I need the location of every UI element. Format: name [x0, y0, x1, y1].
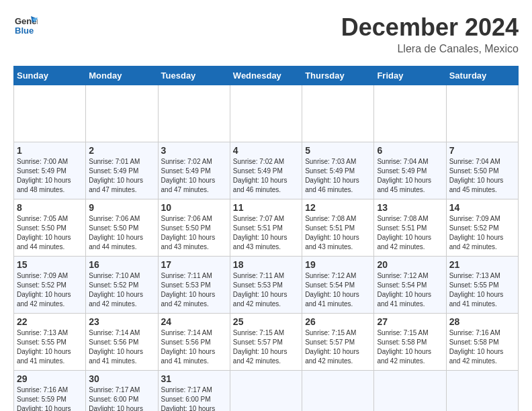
day-cell: [446, 85, 518, 142]
day-cell: 26Sunrise: 7:15 AMSunset: 5:57 PMDayligh…: [302, 314, 374, 371]
title-area: December 2024 Llera de Canales, Mexico: [341, 13, 519, 55]
day-number: 27: [377, 316, 443, 327]
day-number: 14: [449, 202, 515, 213]
day-number: 30: [89, 373, 154, 384]
days-header-row: SundayMondayTuesdayWednesdayThursdayFrid…: [14, 66, 519, 85]
day-cell: 16Sunrise: 7:10 AMSunset: 5:52 PMDayligh…: [86, 257, 158, 314]
day-header-friday: Friday: [374, 66, 446, 85]
day-cell: [230, 371, 302, 412]
day-number: 10: [161, 202, 227, 213]
day-number: 13: [377, 202, 443, 213]
day-cell: 30Sunrise: 7:17 AMSunset: 6:00 PMDayligh…: [86, 371, 158, 412]
day-cell: [230, 85, 302, 142]
day-cell: 27Sunrise: 7:15 AMSunset: 5:58 PMDayligh…: [374, 314, 446, 371]
day-info: Sunrise: 7:06 AMSunset: 5:50 PMDaylight:…: [161, 214, 227, 252]
header: General Blue December 2024 Llera de Cana…: [13, 13, 519, 55]
day-info: Sunrise: 7:04 AMSunset: 5:49 PMDaylight:…: [377, 157, 443, 195]
day-info: Sunrise: 7:12 AMSunset: 5:54 PMDaylight:…: [305, 271, 371, 309]
day-info: Sunrise: 7:08 AMSunset: 5:51 PMDaylight:…: [377, 214, 443, 252]
day-cell: [302, 85, 374, 142]
day-cell: [446, 371, 518, 412]
day-number: 2: [89, 145, 154, 156]
day-cell: 20Sunrise: 7:12 AMSunset: 5:54 PMDayligh…: [374, 257, 446, 314]
day-header-tuesday: Tuesday: [158, 66, 230, 85]
day-info: Sunrise: 7:13 AMSunset: 5:55 PMDaylight:…: [17, 328, 83, 366]
day-info: Sunrise: 7:07 AMSunset: 5:51 PMDaylight:…: [233, 214, 299, 252]
day-number: 3: [161, 145, 227, 156]
day-cell: 23Sunrise: 7:14 AMSunset: 5:56 PMDayligh…: [86, 314, 158, 371]
day-number: 9: [89, 202, 154, 213]
day-cell: 6Sunrise: 7:04 AMSunset: 5:49 PMDaylight…: [374, 142, 446, 199]
day-cell: 5Sunrise: 7:03 AMSunset: 5:49 PMDaylight…: [302, 142, 374, 199]
week-row-0: [14, 85, 519, 142]
day-cell: [374, 371, 446, 412]
day-info: Sunrise: 7:04 AMSunset: 5:50 PMDaylight:…: [449, 157, 515, 195]
day-info: Sunrise: 7:15 AMSunset: 5:58 PMDaylight:…: [377, 328, 443, 366]
calendar-table: SundayMondayTuesdayWednesdayThursdayFrid…: [13, 66, 519, 411]
day-number: 12: [305, 202, 371, 213]
day-number: 31: [161, 373, 227, 384]
day-number: 16: [89, 259, 154, 270]
day-cell: 25Sunrise: 7:15 AMSunset: 5:57 PMDayligh…: [230, 314, 302, 371]
day-cell: 4Sunrise: 7:02 AMSunset: 5:49 PMDaylight…: [230, 142, 302, 199]
day-cell: 28Sunrise: 7:16 AMSunset: 5:58 PMDayligh…: [446, 314, 518, 371]
day-info: Sunrise: 7:08 AMSunset: 5:51 PMDaylight:…: [305, 214, 371, 252]
day-cell: 3Sunrise: 7:02 AMSunset: 5:49 PMDaylight…: [158, 142, 230, 199]
day-number: 5: [305, 145, 371, 156]
day-info: Sunrise: 7:13 AMSunset: 5:55 PMDaylight:…: [449, 271, 515, 309]
day-cell: 21Sunrise: 7:13 AMSunset: 5:55 PMDayligh…: [446, 257, 518, 314]
day-cell: 18Sunrise: 7:11 AMSunset: 5:53 PMDayligh…: [230, 257, 302, 314]
day-cell: 24Sunrise: 7:14 AMSunset: 5:56 PMDayligh…: [158, 314, 230, 371]
logo: General Blue: [13, 13, 38, 40]
day-header-saturday: Saturday: [446, 66, 518, 85]
day-cell: 19Sunrise: 7:12 AMSunset: 5:54 PMDayligh…: [302, 257, 374, 314]
day-number: 6: [377, 145, 443, 156]
week-row-5: 29Sunrise: 7:16 AMSunset: 5:59 PMDayligh…: [14, 371, 519, 412]
day-cell: 15Sunrise: 7:09 AMSunset: 5:52 PMDayligh…: [14, 257, 86, 314]
day-cell: 17Sunrise: 7:11 AMSunset: 5:53 PMDayligh…: [158, 257, 230, 314]
week-row-1: 1Sunrise: 7:00 AMSunset: 5:49 PMDaylight…: [14, 142, 519, 199]
month-title: December 2024: [341, 13, 519, 42]
day-cell: 8Sunrise: 7:05 AMSunset: 5:50 PMDaylight…: [14, 199, 86, 257]
day-info: Sunrise: 7:12 AMSunset: 5:54 PMDaylight:…: [377, 271, 443, 309]
day-number: 26: [305, 316, 371, 327]
day-cell: 31Sunrise: 7:17 AMSunset: 6:00 PMDayligh…: [158, 371, 230, 412]
day-info: Sunrise: 7:14 AMSunset: 5:56 PMDaylight:…: [161, 328, 227, 366]
day-info: Sunrise: 7:16 AMSunset: 5:59 PMDaylight:…: [17, 385, 83, 411]
day-cell: 11Sunrise: 7:07 AMSunset: 5:51 PMDayligh…: [230, 199, 302, 257]
day-info: Sunrise: 7:09 AMSunset: 5:52 PMDaylight:…: [449, 214, 515, 252]
day-info: Sunrise: 7:15 AMSunset: 5:57 PMDaylight:…: [233, 328, 299, 366]
day-cell: 13Sunrise: 7:08 AMSunset: 5:51 PMDayligh…: [374, 199, 446, 257]
day-info: Sunrise: 7:02 AMSunset: 5:49 PMDaylight:…: [161, 157, 227, 195]
day-cell: [14, 85, 86, 142]
svg-text:Blue: Blue: [15, 26, 34, 36]
day-cell: [302, 371, 374, 412]
day-number: 24: [161, 316, 227, 327]
day-header-thursday: Thursday: [302, 66, 374, 85]
day-cell: 1Sunrise: 7:00 AMSunset: 5:49 PMDaylight…: [14, 142, 86, 199]
day-number: 20: [377, 259, 443, 270]
day-info: Sunrise: 7:17 AMSunset: 6:00 PMDaylight:…: [161, 385, 227, 411]
day-number: 11: [233, 202, 299, 213]
day-info: Sunrise: 7:16 AMSunset: 5:58 PMDaylight:…: [449, 328, 515, 366]
day-cell: 29Sunrise: 7:16 AMSunset: 5:59 PMDayligh…: [14, 371, 86, 412]
day-cell: 12Sunrise: 7:08 AMSunset: 5:51 PMDayligh…: [302, 199, 374, 257]
day-cell: 10Sunrise: 7:06 AMSunset: 5:50 PMDayligh…: [158, 199, 230, 257]
day-header-sunday: Sunday: [14, 66, 86, 85]
day-cell: [158, 85, 230, 142]
day-cell: 2Sunrise: 7:01 AMSunset: 5:49 PMDaylight…: [86, 142, 158, 199]
day-cell: 7Sunrise: 7:04 AMSunset: 5:50 PMDaylight…: [446, 142, 518, 199]
day-info: Sunrise: 7:10 AMSunset: 5:52 PMDaylight:…: [89, 271, 154, 309]
day-info: Sunrise: 7:11 AMSunset: 5:53 PMDaylight:…: [233, 271, 299, 309]
day-info: Sunrise: 7:02 AMSunset: 5:49 PMDaylight:…: [233, 157, 299, 195]
day-cell: [374, 85, 446, 142]
day-number: 8: [17, 202, 83, 213]
day-number: 19: [305, 259, 371, 270]
day-number: 1: [17, 145, 83, 156]
day-cell: 9Sunrise: 7:06 AMSunset: 5:50 PMDaylight…: [86, 199, 158, 257]
day-info: Sunrise: 7:00 AMSunset: 5:49 PMDaylight:…: [17, 157, 83, 195]
day-number: 17: [161, 259, 227, 270]
day-header-monday: Monday: [86, 66, 158, 85]
day-info: Sunrise: 7:05 AMSunset: 5:50 PMDaylight:…: [17, 214, 83, 252]
location-title: Llera de Canales, Mexico: [341, 43, 519, 55]
